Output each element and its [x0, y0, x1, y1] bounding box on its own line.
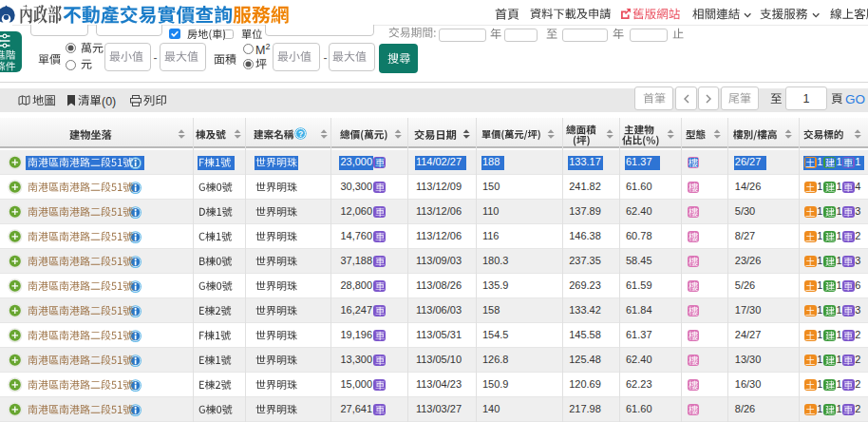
svg-text:?: ? [297, 128, 302, 138]
